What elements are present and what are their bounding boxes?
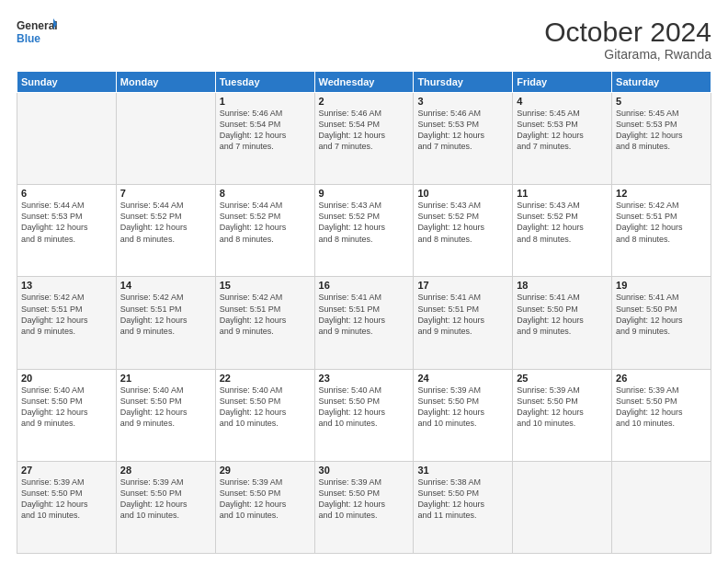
calendar-table: SundayMondayTuesdayWednesdayThursdayFrid… (17, 71, 711, 554)
svg-text:General: General (17, 19, 57, 32)
day-number: 6 (21, 188, 112, 199)
day-info: Sunrise: 5:40 AM Sunset: 5:50 PM Dayligh… (220, 385, 311, 430)
day-number: 31 (417, 465, 508, 476)
day-info: Sunrise: 5:39 AM Sunset: 5:50 PM Dayligh… (220, 477, 311, 522)
calendar-cell: 3Sunrise: 5:46 AM Sunset: 5:53 PM Daylig… (414, 93, 513, 185)
weekday-sunday: Sunday (17, 72, 117, 93)
day-number: 22 (220, 373, 311, 384)
day-info: Sunrise: 5:39 AM Sunset: 5:50 PM Dayligh… (616, 385, 707, 430)
calendar-cell: 1Sunrise: 5:46 AM Sunset: 5:54 PM Daylig… (215, 93, 314, 185)
day-info: Sunrise: 5:44 AM Sunset: 5:52 PM Dayligh… (220, 200, 311, 245)
calendar-cell: 31Sunrise: 5:38 AM Sunset: 5:50 PM Dayli… (414, 461, 513, 553)
day-info: Sunrise: 5:39 AM Sunset: 5:50 PM Dayligh… (120, 477, 211, 522)
day-number: 30 (319, 465, 410, 476)
day-info: Sunrise: 5:45 AM Sunset: 5:53 PM Dayligh… (517, 108, 608, 153)
calendar-cell (116, 93, 215, 185)
day-number: 13 (21, 280, 112, 291)
page: General Blue October 2024 Gitarama, Rwan… (0, 0, 728, 563)
calendar-cell: 23Sunrise: 5:40 AM Sunset: 5:50 PM Dayli… (314, 369, 414, 461)
day-info: Sunrise: 5:46 AM Sunset: 5:54 PM Dayligh… (220, 108, 311, 153)
logo: General Blue (17, 17, 57, 48)
day-info: Sunrise: 5:41 AM Sunset: 5:51 PM Dayligh… (417, 292, 508, 337)
day-number: 19 (616, 280, 707, 291)
day-number: 11 (517, 188, 608, 199)
week-row-4: 20Sunrise: 5:40 AM Sunset: 5:50 PM Dayli… (17, 369, 711, 461)
day-number: 27 (21, 465, 112, 476)
day-number: 9 (319, 188, 410, 199)
day-info: Sunrise: 5:46 AM Sunset: 5:53 PM Dayligh… (417, 108, 508, 153)
day-info: Sunrise: 5:41 AM Sunset: 5:50 PM Dayligh… (616, 292, 707, 337)
calendar-cell (17, 93, 117, 185)
day-info: Sunrise: 5:39 AM Sunset: 5:50 PM Dayligh… (319, 477, 410, 522)
day-info: Sunrise: 5:39 AM Sunset: 5:50 PM Dayligh… (21, 477, 112, 522)
calendar-cell: 7Sunrise: 5:44 AM Sunset: 5:52 PM Daylig… (116, 185, 215, 277)
day-info: Sunrise: 5:43 AM Sunset: 5:52 PM Dayligh… (417, 200, 508, 245)
month-title: October 2024 (544, 17, 711, 47)
calendar-cell: 13Sunrise: 5:42 AM Sunset: 5:51 PM Dayli… (17, 277, 117, 369)
week-row-3: 13Sunrise: 5:42 AM Sunset: 5:51 PM Dayli… (17, 277, 711, 369)
day-info: Sunrise: 5:41 AM Sunset: 5:50 PM Dayligh… (517, 292, 608, 337)
calendar-cell: 2Sunrise: 5:46 AM Sunset: 5:54 PM Daylig… (314, 93, 414, 185)
weekday-friday: Friday (513, 72, 612, 93)
calendar-cell: 15Sunrise: 5:42 AM Sunset: 5:51 PM Dayli… (215, 277, 314, 369)
day-info: Sunrise: 5:43 AM Sunset: 5:52 PM Dayligh… (319, 200, 410, 245)
day-info: Sunrise: 5:39 AM Sunset: 5:50 PM Dayligh… (417, 385, 508, 430)
day-info: Sunrise: 5:42 AM Sunset: 5:51 PM Dayligh… (616, 200, 707, 245)
day-number: 12 (616, 188, 707, 199)
day-number: 17 (417, 280, 508, 291)
day-number: 8 (220, 188, 311, 199)
day-info: Sunrise: 5:39 AM Sunset: 5:50 PM Dayligh… (517, 385, 608, 430)
calendar-cell: 20Sunrise: 5:40 AM Sunset: 5:50 PM Dayli… (17, 369, 117, 461)
calendar-cell: 9Sunrise: 5:43 AM Sunset: 5:52 PM Daylig… (314, 185, 414, 277)
calendar-cell: 10Sunrise: 5:43 AM Sunset: 5:52 PM Dayli… (414, 185, 513, 277)
calendar-body: 1Sunrise: 5:46 AM Sunset: 5:54 PM Daylig… (17, 93, 711, 554)
day-number: 2 (319, 96, 410, 107)
day-number: 7 (120, 188, 211, 199)
calendar-cell: 24Sunrise: 5:39 AM Sunset: 5:50 PM Dayli… (414, 369, 513, 461)
calendar-cell: 17Sunrise: 5:41 AM Sunset: 5:51 PM Dayli… (414, 277, 513, 369)
day-info: Sunrise: 5:42 AM Sunset: 5:51 PM Dayligh… (21, 292, 112, 337)
weekday-tuesday: Tuesday (215, 72, 314, 93)
day-number: 4 (517, 96, 608, 107)
calendar-cell: 30Sunrise: 5:39 AM Sunset: 5:50 PM Dayli… (314, 461, 414, 553)
day-info: Sunrise: 5:46 AM Sunset: 5:54 PM Dayligh… (319, 108, 410, 153)
calendar-cell: 26Sunrise: 5:39 AM Sunset: 5:50 PM Dayli… (612, 369, 711, 461)
day-number: 26 (616, 373, 707, 384)
day-number: 1 (220, 96, 311, 107)
weekday-monday: Monday (116, 72, 215, 93)
location: Gitarama, Rwanda (544, 47, 711, 62)
calendar-cell: 22Sunrise: 5:40 AM Sunset: 5:50 PM Dayli… (215, 369, 314, 461)
day-number: 25 (517, 373, 608, 384)
day-info: Sunrise: 5:40 AM Sunset: 5:50 PM Dayligh… (120, 385, 211, 430)
day-number: 21 (120, 373, 211, 384)
day-info: Sunrise: 5:41 AM Sunset: 5:51 PM Dayligh… (319, 292, 410, 337)
calendar-cell: 16Sunrise: 5:41 AM Sunset: 5:51 PM Dayli… (314, 277, 414, 369)
calendar-cell: 11Sunrise: 5:43 AM Sunset: 5:52 PM Dayli… (513, 185, 612, 277)
day-number: 10 (417, 188, 508, 199)
day-number: 29 (220, 465, 311, 476)
day-info: Sunrise: 5:40 AM Sunset: 5:50 PM Dayligh… (21, 385, 112, 430)
day-info: Sunrise: 5:45 AM Sunset: 5:53 PM Dayligh… (616, 108, 707, 153)
header: General Blue October 2024 Gitarama, Rwan… (17, 17, 711, 62)
calendar-cell: 14Sunrise: 5:42 AM Sunset: 5:51 PM Dayli… (116, 277, 215, 369)
svg-text:Blue: Blue (17, 32, 40, 45)
day-info: Sunrise: 5:38 AM Sunset: 5:50 PM Dayligh… (417, 477, 508, 522)
calendar-cell: 25Sunrise: 5:39 AM Sunset: 5:50 PM Dayli… (513, 369, 612, 461)
weekday-header-row: SundayMondayTuesdayWednesdayThursdayFrid… (17, 72, 711, 93)
week-row-5: 27Sunrise: 5:39 AM Sunset: 5:50 PM Dayli… (17, 461, 711, 553)
week-row-2: 6Sunrise: 5:44 AM Sunset: 5:53 PM Daylig… (17, 185, 711, 277)
weekday-saturday: Saturday (612, 72, 711, 93)
day-info: Sunrise: 5:44 AM Sunset: 5:53 PM Dayligh… (21, 200, 112, 245)
day-number: 15 (220, 280, 311, 291)
calendar-cell: 12Sunrise: 5:42 AM Sunset: 5:51 PM Dayli… (612, 185, 711, 277)
day-info: Sunrise: 5:43 AM Sunset: 5:52 PM Dayligh… (517, 200, 608, 245)
day-number: 5 (616, 96, 707, 107)
day-info: Sunrise: 5:42 AM Sunset: 5:51 PM Dayligh… (120, 292, 211, 337)
calendar-cell: 19Sunrise: 5:41 AM Sunset: 5:50 PM Dayli… (612, 277, 711, 369)
calendar-cell: 28Sunrise: 5:39 AM Sunset: 5:50 PM Dayli… (116, 461, 215, 553)
day-info: Sunrise: 5:40 AM Sunset: 5:50 PM Dayligh… (319, 385, 410, 430)
calendar-cell: 18Sunrise: 5:41 AM Sunset: 5:50 PM Dayli… (513, 277, 612, 369)
weekday-wednesday: Wednesday (314, 72, 414, 93)
day-number: 20 (21, 373, 112, 384)
day-number: 3 (417, 96, 508, 107)
